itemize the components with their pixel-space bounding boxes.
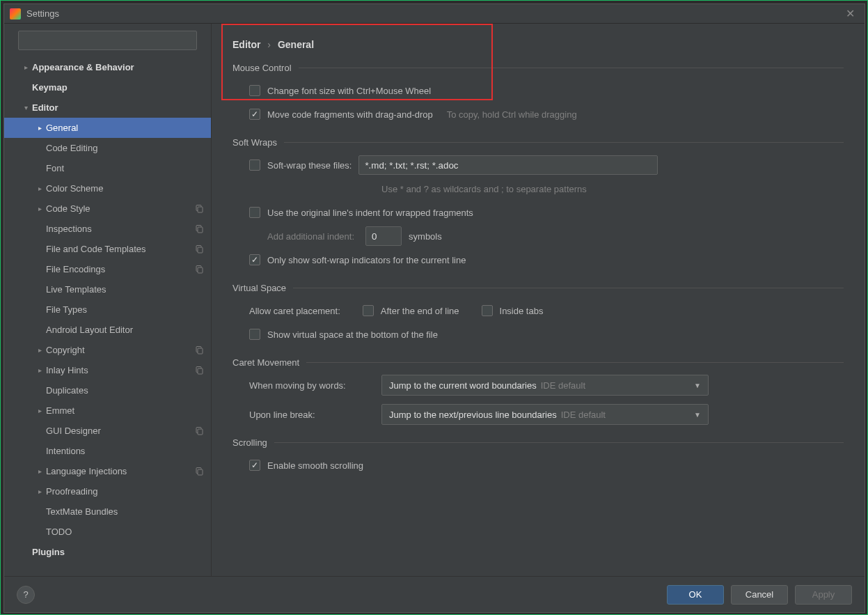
breadcrumb: Editor › General [232, 39, 844, 50]
chevron-right-icon: ▸ [33, 185, 46, 192]
tree-item-font[interactable]: Font [4, 158, 211, 178]
label-symbols: symbols [409, 231, 442, 242]
chevron-right-icon: ▸ [33, 346, 46, 354]
chevron-down-icon: ▼ [694, 411, 701, 419]
hint-wildcards: Use * and ? as wildcards and ; to separa… [381, 184, 587, 194]
chevron-right-icon: › [267, 39, 271, 50]
tree-item-general[interactable]: ▸General [4, 118, 211, 138]
tree-item-emmet[interactable]: ▸Emmet [4, 400, 211, 421]
label-softwrap-indicators: Only show soft-wrap indicators for the c… [267, 255, 466, 265]
label-virtual-space-bottom: Show virtual space at the bottom of the … [267, 329, 438, 340]
checkbox-inside-tabs[interactable] [482, 305, 493, 316]
close-icon[interactable]: ✕ [842, 6, 859, 22]
svg-rect-13 [198, 429, 203, 435]
help-button[interactable]: ? [17, 586, 35, 604]
label-line-break: Upon line break: [249, 410, 374, 420]
tree-item-label: Inspections [46, 224, 190, 234]
tree-item-language-injections[interactable]: ▸Language Injections [4, 461, 211, 481]
tree-item-file-types[interactable]: File Types [4, 299, 211, 320]
tree-item-todo[interactable]: TODO [4, 522, 211, 542]
section-title-label: Virtual Space [232, 283, 286, 293]
tree-item-label: Copyright [46, 345, 190, 355]
label-after-end-of-line: After the end of line [381, 306, 459, 316]
checkbox-change-font-size[interactable] [249, 85, 260, 96]
checkbox-softwrap-indicators[interactable] [249, 254, 260, 265]
label-move-fragments: Move code fragments with drag-and-drop [267, 109, 433, 120]
tree-item-label: Keymap [32, 82, 204, 93]
chevron-right-icon: ▸ [33, 205, 46, 212]
apply-button[interactable]: Apply [795, 585, 852, 605]
tree-item-gui-designer[interactable]: GUI Designer [4, 421, 211, 441]
cancel-button[interactable]: Cancel [731, 585, 788, 605]
tree-item-copyright[interactable]: ▸Copyright [4, 340, 211, 360]
svg-rect-5 [198, 247, 203, 253]
settings-dialog: Settings ✕ 🔍 ▸Appearance & BehaviorKeyma… [3, 3, 865, 613]
checkbox-virtual-space-bottom[interactable] [249, 329, 260, 340]
tree-item-code-style[interactable]: ▸Code Style [4, 198, 211, 219]
tree-item-label: Appearance & Behavior [32, 62, 204, 72]
chevron-right-icon: ▸ [33, 366, 46, 374]
tree-item-label: Android Layout Editor [46, 325, 204, 335]
tree-item-label: File Encodings [46, 264, 190, 274]
svg-rect-9 [198, 348, 203, 354]
select-default-hint: IDE default [541, 380, 585, 391]
ok-button[interactable]: OK [667, 585, 724, 605]
input-softwrap-patterns[interactable] [358, 155, 658, 175]
tree-item-code-editing[interactable]: Code Editing [4, 138, 211, 158]
tree-item-label: TextMate Bundles [46, 506, 204, 517]
tree-item-proofreading[interactable]: ▸Proofreading [4, 481, 211, 501]
tree-item-label: TODO [46, 527, 204, 537]
tree-item-live-templates[interactable]: Live Templates [4, 279, 211, 299]
checkbox-after-end-of-line[interactable] [363, 305, 374, 316]
tree-item-label: Color Scheme [46, 183, 204, 194]
input-additional-indent[interactable] [365, 226, 402, 246]
tree-item-plugins[interactable]: Plugins [4, 542, 211, 562]
tree-item-keymap[interactable]: Keymap [4, 77, 211, 98]
label-allow-caret: Allow caret placement: [249, 306, 340, 316]
label-inside-tabs: Inside tabs [500, 306, 544, 316]
tree-item-label: Emmet [46, 405, 204, 416]
project-scheme-icon [194, 204, 204, 214]
chevron-right-icon: ▸ [33, 124, 46, 132]
tree-item-label: File and Code Templates [46, 244, 190, 254]
app-icon [10, 8, 21, 20]
project-scheme-icon [194, 366, 204, 375]
svg-rect-15 [198, 469, 203, 475]
window-title: Settings [26, 8, 842, 19]
project-scheme-icon [194, 224, 204, 234]
select-by-words[interactable]: Jump to the current word boundaries IDE … [381, 375, 709, 396]
label-by-words: When moving by words: [249, 380, 374, 391]
search-input[interactable] [18, 31, 197, 50]
project-scheme-icon [194, 467, 204, 476]
checkbox-move-fragments[interactable] [249, 109, 260, 120]
dialog-footer: ? OK Cancel Apply [4, 576, 865, 612]
checkbox-softwrap-files[interactable] [249, 159, 260, 171]
tree-item-inlay-hints[interactable]: ▸Inlay Hints [4, 360, 211, 380]
chevron-right-icon: ▸ [33, 467, 46, 475]
tree-item-editor[interactable]: ▾Editor [4, 98, 211, 118]
settings-content[interactable]: Editor › General Mouse Control Change fo… [212, 24, 865, 576]
tree-item-file-and-code-templates[interactable]: File and Code Templates [4, 239, 211, 259]
checkbox-original-indent[interactable] [249, 207, 260, 218]
checkbox-smooth-scrolling[interactable] [249, 460, 260, 471]
chevron-right-icon: ▸ [19, 63, 32, 71]
tree-item-file-encodings[interactable]: File Encodings [4, 259, 211, 279]
section-mouse-control: Mouse Control [232, 63, 844, 73]
section-caret-movement: Caret Movement [232, 357, 844, 368]
section-scrolling: Scrolling [232, 437, 844, 448]
chevron-right-icon: ▸ [33, 488, 46, 495]
tree-item-android-layout-editor[interactable]: Android Layout Editor [4, 320, 211, 340]
settings-tree[interactable]: ▸Appearance & BehaviorKeymap▾Editor▸Gene… [4, 53, 211, 576]
select-line-break[interactable]: Jump to the next/previous line boundarie… [381, 404, 709, 425]
chevron-down-icon: ▼ [694, 382, 701, 389]
tree-item-duplicates[interactable]: Duplicates [4, 380, 211, 400]
select-value: Jump to the current word boundaries [389, 380, 537, 391]
tree-item-textmate-bundles[interactable]: TextMate Bundles [4, 501, 211, 522]
tree-item-inspections[interactable]: Inspections [4, 219, 211, 239]
tree-item-color-scheme[interactable]: ▸Color Scheme [4, 178, 211, 198]
chevron-down-icon: ▾ [19, 104, 32, 111]
tree-item-appearance-behavior[interactable]: ▸Appearance & Behavior [4, 57, 211, 77]
tree-item-intentions[interactable]: Intentions [4, 441, 211, 461]
tree-item-label: Code Editing [46, 143, 204, 153]
breadcrumb-root[interactable]: Editor [232, 39, 260, 50]
